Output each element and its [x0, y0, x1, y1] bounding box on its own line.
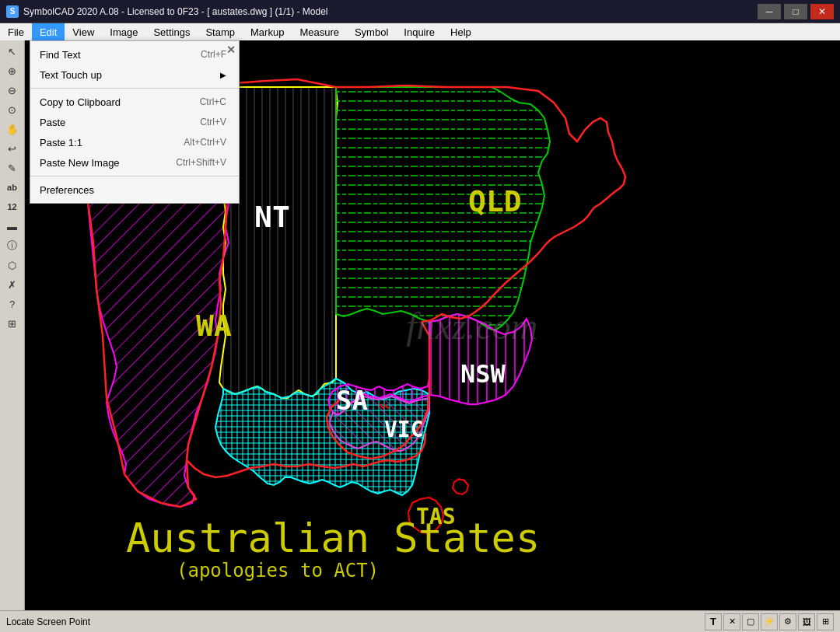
text-touch-up-label: Text Touch up [40, 69, 102, 81]
tool-draw[interactable]: ✎ [2, 159, 23, 177]
tool-pan[interactable]: ✋ [2, 120, 23, 138]
paste-label: Paste [40, 117, 65, 128]
nt-label: NT [254, 200, 290, 234]
menu-image[interactable]: Image [102, 23, 145, 40]
paste-shortcut: Ctrl+V [200, 117, 226, 127]
map-subtitle: (apologies to ACT) [177, 560, 379, 581]
tool-undo[interactable]: ↩ [2, 139, 23, 158]
paste-1-1-shortcut: Alt+Ctrl+V [184, 137, 226, 148]
menu-symbol[interactable]: Symbol [347, 23, 396, 40]
preferences-label: Preferences [40, 184, 94, 196]
status-icons: T ✕ ▢ ⚡ ⚙ 🖼 ⊞ [705, 613, 834, 630]
titlebar: S SymbolCAD 2020 A.08 - Licensed to 0F23… [0, 0, 840, 23]
tool-erase[interactable]: ✗ [2, 275, 23, 294]
separator-1 [30, 88, 239, 89]
menu-preferences[interactable]: Preferences [30, 180, 239, 200]
status-icon-x[interactable]: ✕ [723, 613, 740, 630]
qld-label: QLD [468, 184, 522, 218]
tool-zoom-fit[interactable]: ⊙ [2, 100, 23, 119]
dropdown-close[interactable]: ✕ [226, 44, 236, 55]
tool-grid[interactable]: ⊞ [2, 314, 23, 333]
menu-settings[interactable]: Settings [145, 23, 198, 40]
find-text-label: Find Text [40, 49, 81, 61]
tool-text[interactable]: ab [2, 178, 23, 197]
tool-line[interactable]: ▬ [2, 217, 23, 236]
status-icon-bolt[interactable]: ⚡ [761, 613, 778, 630]
menu-inquire[interactable]: Inquire [396, 23, 443, 40]
menu-find-text[interactable]: Find Text Ctrl+F [30, 44, 239, 65]
status-icon-grid[interactable]: ⊞ [817, 613, 834, 630]
title-text: SymbolCAD 2020 A.08 - Licensed to 0F23 -… [23, 6, 758, 17]
menu-file[interactable]: File [0, 23, 32, 40]
menu-paste[interactable]: Paste Ctrl+V [30, 112, 239, 132]
copy-clipboard-shortcut: Ctrl+C [200, 96, 226, 107]
copy-clipboard-label: Copy to Clipboard [40, 96, 121, 108]
maximize-button[interactable]: □ [784, 4, 807, 19]
status-icon-text[interactable]: T [705, 613, 722, 630]
paste-new-image-shortcut: Ctrl+Shift+V [176, 157, 226, 168]
minimize-button[interactable]: ─ [758, 4, 781, 19]
separator-2 [30, 176, 239, 176]
menu-measure[interactable]: Measure [292, 23, 347, 40]
tool-zoom-out[interactable]: ⊖ [2, 81, 23, 100]
tool-help[interactable]: ? [2, 295, 23, 313]
sa-label: SA [336, 385, 368, 416]
tool-shape[interactable]: ⬡ [2, 256, 23, 274]
menu-paste-new-image[interactable]: Paste New Image Ctrl+Shift+V [30, 152, 239, 173]
menubar: File Edit View Image Settings Stamp Mark… [0, 23, 840, 40]
menu-help[interactable]: Help [443, 23, 479, 40]
window-controls: ─ □ ✕ [758, 4, 834, 19]
tool-pointer[interactable]: ↖ [2, 42, 23, 61]
wa-label: WA [196, 309, 232, 343]
status-icon-image[interactable]: 🖼 [798, 613, 815, 630]
left-toolbar: ↖ ⊕ ⊖ ⊙ ✋ ↩ ✎ ab 12 ▬ ⓘ ⬡ ✗ ? ⊞ [0, 40, 25, 610]
menu-paste-1-1[interactable]: Paste 1:1 Alt+Ctrl+V [30, 132, 239, 152]
menu-copy-clipboard[interactable]: Copy to Clipboard Ctrl+C [30, 92, 239, 112]
paste-1-1-label: Paste 1:1 [40, 137, 82, 148]
find-text-shortcut: Ctrl+F [201, 49, 226, 60]
menu-stamp[interactable]: Stamp [198, 23, 243, 40]
status-icon-monitor[interactable]: ▢ [742, 613, 759, 630]
vic-label: VIC [384, 417, 424, 442]
status-text: Locate Screen Point [6, 616, 705, 627]
menu-view[interactable]: View [65, 23, 102, 40]
nsw-label: NSW [460, 359, 506, 389]
statusbar: Locate Screen Point T ✕ ▢ ⚡ ⚙ 🖼 ⊞ [0, 610, 840, 632]
edit-dropdown-menu: ✕ Find Text Ctrl+F Text Touch up ▶ Copy … [30, 40, 240, 204]
menu-markup[interactable]: Markup [243, 23, 292, 40]
status-icon-settings[interactable]: ⚙ [779, 613, 796, 630]
tool-zoom-in[interactable]: ⊕ [2, 61, 23, 80]
menu-edit[interactable]: Edit [32, 23, 65, 40]
close-button[interactable]: ✕ [810, 4, 834, 19]
paste-new-image-label: Paste New Image [40, 157, 120, 169]
tool-number[interactable]: 12 [2, 197, 23, 216]
map-title: Australian States [126, 515, 540, 561]
text-touch-up-arrow: ▶ [220, 71, 226, 79]
menu-text-touch-up[interactable]: Text Touch up ▶ [30, 65, 239, 85]
app-icon: S [6, 5, 19, 18]
tool-info[interactable]: ⓘ [2, 236, 23, 255]
